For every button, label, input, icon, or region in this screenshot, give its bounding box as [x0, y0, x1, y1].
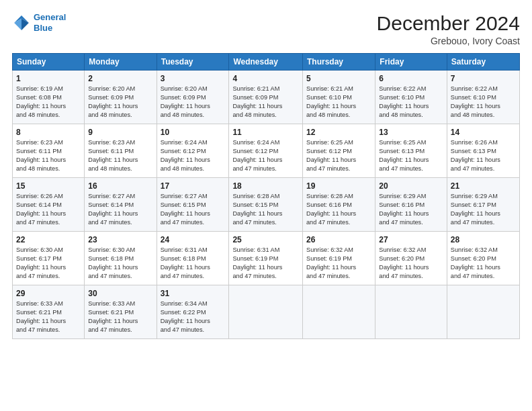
day-info: Sunrise: 6:19 AM Sunset: 6:08 PM Dayligh… [16, 85, 81, 120]
calendar-day-header: Tuesday [157, 54, 229, 71]
calendar-day-cell: 13Sunrise: 6:25 AM Sunset: 6:13 PM Dayli… [375, 124, 447, 178]
day-number: 23 [88, 234, 152, 245]
day-number: 11 [232, 127, 299, 138]
day-info: Sunrise: 6:30 AM Sunset: 6:17 PM Dayligh… [16, 246, 81, 281]
calendar-day-cell: 16Sunrise: 6:27 AM Sunset: 6:14 PM Dayli… [85, 178, 157, 232]
day-info: Sunrise: 6:23 AM Sunset: 6:11 PM Dayligh… [16, 138, 81, 173]
calendar-day-header: Thursday [303, 54, 375, 71]
logo-line1: General [34, 12, 66, 22]
calendar-day-cell: 22Sunrise: 6:30 AM Sunset: 6:17 PM Dayli… [13, 232, 85, 285]
day-info: Sunrise: 6:26 AM Sunset: 6:13 PM Dayligh… [451, 138, 516, 173]
day-info: Sunrise: 6:21 AM Sunset: 6:10 PM Dayligh… [306, 85, 371, 120]
day-number: 31 [161, 288, 226, 299]
calendar-week-row: 8Sunrise: 6:23 AM Sunset: 6:11 PM Daylig… [13, 124, 520, 178]
day-number: 8 [16, 127, 81, 138]
day-info: Sunrise: 6:27 AM Sunset: 6:15 PM Dayligh… [161, 192, 226, 227]
calendar-day-cell: 19Sunrise: 6:28 AM Sunset: 6:16 PM Dayli… [303, 178, 375, 232]
calendar-day-cell: 14Sunrise: 6:26 AM Sunset: 6:13 PM Dayli… [447, 124, 519, 178]
calendar-empty-cell [375, 285, 447, 339]
calendar-day-cell: 20Sunrise: 6:29 AM Sunset: 6:16 PM Dayli… [375, 178, 447, 232]
day-info: Sunrise: 6:22 AM Sunset: 6:10 PM Dayligh… [379, 85, 443, 120]
day-info: Sunrise: 6:28 AM Sunset: 6:15 PM Dayligh… [232, 192, 299, 227]
day-number: 7 [451, 73, 516, 84]
day-number: 3 [161, 73, 226, 84]
day-info: Sunrise: 6:26 AM Sunset: 6:14 PM Dayligh… [16, 192, 81, 227]
calendar-day-cell: 21Sunrise: 6:29 AM Sunset: 6:17 PM Dayli… [447, 178, 519, 232]
calendar-header-row: SundayMondayTuesdayWednesdayThursdayFrid… [13, 54, 520, 71]
day-number: 22 [16, 234, 81, 245]
title-block: December 2024 Grebouo, Ivory Coast [377, 12, 520, 46]
calendar-table: SundayMondayTuesdayWednesdayThursdayFrid… [12, 53, 520, 339]
day-number: 1 [16, 73, 81, 84]
calendar-day-cell: 10Sunrise: 6:24 AM Sunset: 6:12 PM Dayli… [157, 124, 229, 178]
day-info: Sunrise: 6:27 AM Sunset: 6:14 PM Dayligh… [88, 192, 152, 227]
day-info: Sunrise: 6:23 AM Sunset: 6:11 PM Dayligh… [88, 138, 152, 173]
day-info: Sunrise: 6:22 AM Sunset: 6:10 PM Dayligh… [451, 85, 516, 120]
day-info: Sunrise: 6:29 AM Sunset: 6:17 PM Dayligh… [451, 192, 516, 227]
day-number: 19 [306, 181, 371, 191]
day-number: 9 [88, 127, 152, 138]
day-info: Sunrise: 6:33 AM Sunset: 6:21 PM Dayligh… [16, 300, 81, 334]
calendar-day-cell: 26Sunrise: 6:32 AM Sunset: 6:19 PM Dayli… [303, 232, 375, 285]
calendar-empty-cell [447, 285, 519, 339]
calendar-day-cell: 18Sunrise: 6:28 AM Sunset: 6:15 PM Dayli… [229, 178, 303, 232]
day-number: 2 [88, 73, 152, 84]
day-number: 6 [379, 73, 443, 84]
day-number: 17 [161, 181, 226, 191]
calendar-day-cell: 17Sunrise: 6:27 AM Sunset: 6:15 PM Dayli… [157, 178, 229, 232]
day-number: 29 [16, 288, 81, 299]
day-number: 13 [379, 127, 443, 138]
day-number: 26 [306, 234, 371, 245]
day-info: Sunrise: 6:29 AM Sunset: 6:16 PM Dayligh… [379, 192, 443, 227]
day-info: Sunrise: 6:32 AM Sunset: 6:20 PM Dayligh… [379, 246, 443, 281]
day-number: 14 [451, 127, 516, 138]
logo-line2: Blue [34, 23, 52, 33]
calendar-day-cell: 25Sunrise: 6:31 AM Sunset: 6:19 PM Dayli… [229, 232, 303, 285]
logo: General Blue [12, 12, 66, 33]
calendar-day-cell: 30Sunrise: 6:33 AM Sunset: 6:21 PM Dayli… [85, 285, 157, 339]
header: General Blue December 2024 Grebouo, Ivor… [12, 12, 520, 46]
day-number: 18 [232, 181, 299, 191]
day-info: Sunrise: 6:24 AM Sunset: 6:12 PM Dayligh… [232, 138, 299, 173]
day-info: Sunrise: 6:28 AM Sunset: 6:16 PM Dayligh… [306, 192, 371, 227]
logo-text: General Blue [34, 12, 66, 33]
day-info: Sunrise: 6:33 AM Sunset: 6:21 PM Dayligh… [88, 300, 152, 334]
day-number: 25 [232, 234, 299, 245]
day-number: 28 [451, 234, 516, 245]
calendar-day-cell: 7Sunrise: 6:22 AM Sunset: 6:10 PM Daylig… [447, 71, 519, 124]
day-number: 30 [88, 288, 152, 299]
day-info: Sunrise: 6:25 AM Sunset: 6:12 PM Dayligh… [306, 138, 371, 173]
calendar-day-header: Saturday [447, 54, 519, 71]
day-info: Sunrise: 6:20 AM Sunset: 6:09 PM Dayligh… [88, 85, 152, 120]
day-info: Sunrise: 6:31 AM Sunset: 6:19 PM Dayligh… [232, 246, 299, 281]
calendar-week-row: 1Sunrise: 6:19 AM Sunset: 6:08 PM Daylig… [13, 71, 520, 124]
calendar-day-cell: 12Sunrise: 6:25 AM Sunset: 6:12 PM Dayli… [303, 124, 375, 178]
logo-icon [12, 13, 31, 32]
subtitle: Grebouo, Ivory Coast [377, 36, 520, 46]
day-info: Sunrise: 6:21 AM Sunset: 6:09 PM Dayligh… [232, 85, 299, 120]
day-number: 4 [232, 73, 299, 84]
calendar-day-cell: 15Sunrise: 6:26 AM Sunset: 6:14 PM Dayli… [13, 178, 85, 232]
day-number: 27 [379, 234, 443, 245]
calendar-day-cell: 24Sunrise: 6:31 AM Sunset: 6:18 PM Dayli… [157, 232, 229, 285]
day-info: Sunrise: 6:25 AM Sunset: 6:13 PM Dayligh… [379, 138, 443, 173]
page: General Blue December 2024 Grebouo, Ivor… [0, 0, 532, 411]
calendar-week-row: 29Sunrise: 6:33 AM Sunset: 6:21 PM Dayli… [13, 285, 520, 339]
calendar-day-cell: 28Sunrise: 6:32 AM Sunset: 6:20 PM Dayli… [447, 232, 519, 285]
day-info: Sunrise: 6:24 AM Sunset: 6:12 PM Dayligh… [161, 138, 226, 173]
calendar-day-header: Wednesday [229, 54, 303, 71]
calendar-day-cell: 6Sunrise: 6:22 AM Sunset: 6:10 PM Daylig… [375, 71, 447, 124]
calendar-week-row: 22Sunrise: 6:30 AM Sunset: 6:17 PM Dayli… [13, 232, 520, 285]
calendar-day-cell: 9Sunrise: 6:23 AM Sunset: 6:11 PM Daylig… [85, 124, 157, 178]
calendar-week-row: 15Sunrise: 6:26 AM Sunset: 6:14 PM Dayli… [13, 178, 520, 232]
day-info: Sunrise: 6:34 AM Sunset: 6:22 PM Dayligh… [161, 300, 226, 334]
calendar-day-cell: 3Sunrise: 6:20 AM Sunset: 6:09 PM Daylig… [157, 71, 229, 124]
calendar-empty-cell [229, 285, 303, 339]
day-number: 21 [451, 181, 516, 191]
calendar-day-header: Friday [375, 54, 447, 71]
day-number: 10 [161, 127, 226, 138]
day-number: 5 [306, 73, 371, 84]
calendar-day-cell: 31Sunrise: 6:34 AM Sunset: 6:22 PM Dayli… [157, 285, 229, 339]
calendar-day-cell: 4Sunrise: 6:21 AM Sunset: 6:09 PM Daylig… [229, 71, 303, 124]
day-info: Sunrise: 6:32 AM Sunset: 6:19 PM Dayligh… [306, 246, 371, 281]
